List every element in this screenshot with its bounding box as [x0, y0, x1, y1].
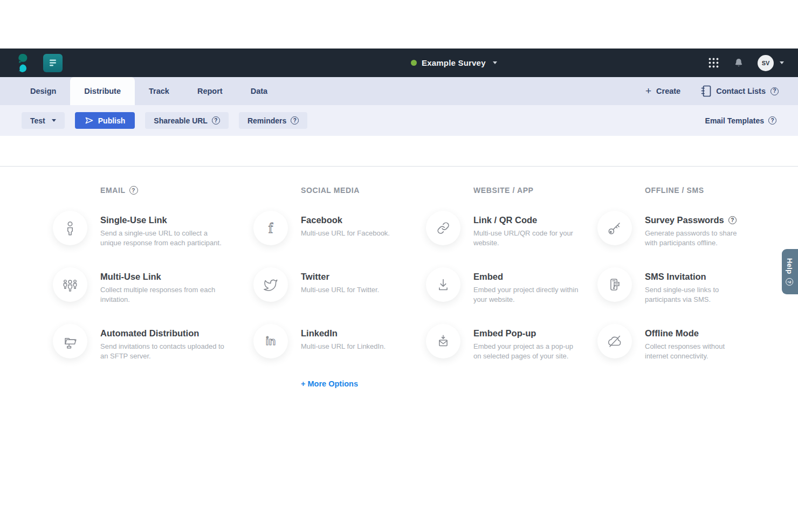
chevron-down-icon	[493, 61, 497, 64]
survey-passwords-item[interactable]: Survey Passwords ? Generate passwords to…	[597, 211, 743, 248]
distribute-toolbar: Test Publish Shareable URL ? Reminders ?	[0, 105, 798, 136]
multi-use-link-item[interactable]: Multi-Use Link Collect multiple response…	[53, 267, 225, 305]
chevron-down-icon	[780, 61, 784, 64]
person-icon	[53, 211, 87, 245]
embed-item[interactable]: Embed Embed your project directly within…	[426, 267, 579, 305]
automated-distribution-item[interactable]: Automated Distribution Send invitations …	[53, 324, 225, 362]
notification-bell-icon[interactable]	[733, 57, 745, 70]
column-header-website-app: WEBSITE / APP	[473, 186, 534, 195]
email-templates-link[interactable]: Email Templates ?	[705, 116, 776, 125]
embed-download-icon	[426, 267, 460, 302]
help-tab[interactable]: Help ?	[782, 249, 798, 294]
link-qr-code-item[interactable]: Link / QR Code Multi-use URL/QR code for…	[426, 211, 579, 248]
shareable-url-button[interactable]: Shareable URL ?	[145, 112, 229, 129]
tab-distribute[interactable]: Distribute	[70, 77, 135, 105]
column-header-social-media: SOCIAL MEDIA	[301, 186, 360, 195]
social-media-column: SOCIAL MEDIA f Facebook Multi-use URL fo…	[253, 167, 437, 420]
main-tab-bar: Design Distribute Track Report Data + Cr…	[0, 77, 798, 105]
tab-data[interactable]: Data	[237, 77, 281, 105]
contact-book-icon	[701, 85, 711, 97]
publish-button[interactable]: Publish	[75, 112, 135, 129]
plus-icon: +	[645, 86, 651, 96]
email-column: EMAIL ? Single-Use Link Send a single-us…	[53, 167, 236, 420]
embed-popup-item[interactable]: Embed Pop-up Embed your project as a pop…	[426, 324, 579, 362]
app-grid-icon[interactable]	[707, 57, 720, 69]
help-icon[interactable]: ?	[129, 186, 138, 195]
embed-popup-icon	[426, 324, 460, 358]
facebook-item[interactable]: f Facebook Multi-use URL for Facebook.	[253, 211, 436, 245]
sms-phone-icon	[597, 267, 632, 302]
create-button[interactable]: + Create	[645, 86, 680, 96]
offline-mode-item[interactable]: Offline Mode Collect responses without i…	[597, 324, 743, 362]
tab-track[interactable]: Track	[135, 77, 183, 105]
survey-name: Example Survey	[422, 58, 486, 67]
twitter-item[interactable]: Twitter Multi-use URL for Twitter.	[253, 267, 436, 302]
reminders-button[interactable]: Reminders ?	[239, 112, 307, 129]
sogolytics-logo-icon[interactable]	[16, 53, 30, 73]
survey-selector[interactable]: Example Survey	[411, 49, 497, 77]
help-icon: ?	[786, 278, 794, 286]
website-app-column: WEBSITE / APP Link / QR Code Multi-use U…	[426, 167, 609, 420]
status-dot	[411, 60, 417, 66]
distribute-page: Example Survey SV	[0, 0, 798, 532]
contact-lists-button[interactable]: Contact Lists ?	[701, 85, 779, 97]
send-icon	[85, 116, 94, 125]
app-bar: Example Survey SV	[0, 49, 798, 77]
twitter-icon	[253, 267, 288, 302]
help-icon[interactable]: ?	[728, 216, 737, 224]
column-header-offline-sms: OFFLINE / SMS	[645, 186, 704, 195]
link-icon	[426, 211, 460, 245]
linkedin-item[interactable]: in LinkedIn Multi-use URL for LinkedIn.	[253, 324, 436, 358]
offline-cloud-icon	[597, 324, 632, 358]
help-icon: ?	[291, 116, 299, 125]
offline-sms-column: OFFLINE / SMS Survey Passwords ? Generat…	[597, 167, 781, 420]
column-header-email: EMAIL ?	[100, 186, 138, 195]
test-dropdown[interactable]: Test	[22, 112, 65, 129]
key-icon	[597, 211, 632, 245]
distribution-channels: EMAIL ? Single-Use Link Send a single-us…	[0, 167, 798, 532]
svg-text:f: f	[269, 220, 273, 236]
people-icon	[53, 267, 87, 302]
avatar: SV	[758, 55, 774, 71]
more-options-link[interactable]: + More Options	[301, 379, 358, 388]
tab-design[interactable]: Design	[16, 77, 70, 105]
chevron-down-icon	[52, 119, 56, 122]
folder-network-icon	[53, 324, 87, 358]
help-icon: ?	[771, 87, 779, 95]
tab-report[interactable]: Report	[183, 77, 237, 105]
account-menu[interactable]: SV	[758, 55, 784, 71]
help-icon: ?	[768, 116, 776, 125]
survey-menu-icon[interactable]	[43, 54, 63, 72]
facebook-icon: f	[253, 211, 288, 245]
sms-invitation-item[interactable]: SMS Invitation Send single-use links to …	[597, 267, 743, 305]
single-use-link-item[interactable]: Single-Use Link Send a single-use URL to…	[53, 211, 225, 248]
help-icon: ?	[212, 116, 220, 125]
linkedin-icon: in	[253, 324, 288, 358]
share-url-row: Quick Send ?	[0, 136, 798, 167]
